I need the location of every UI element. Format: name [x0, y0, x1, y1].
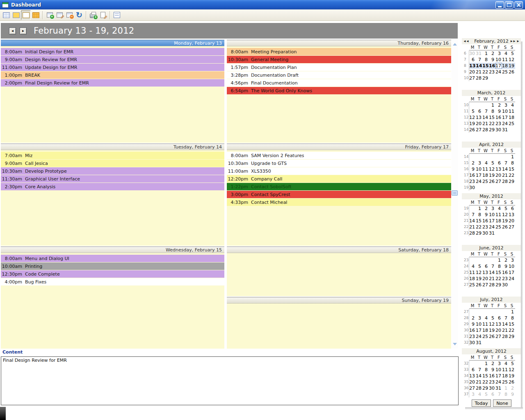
event-row[interactable]: 10:30amGeneral Meeting: [227, 56, 451, 63]
calendar-day[interactable]: 2: [495, 102, 502, 108]
calendar-day[interactable]: 24: [495, 379, 502, 385]
calendar-day[interactable]: 28: [476, 75, 482, 81]
calendar-day[interactable]: 19: [476, 276, 482, 282]
calendar-day[interactable]: 19: [469, 121, 476, 127]
calendar-day[interactable]: 13: [509, 212, 515, 218]
event-row[interactable]: 9:00amCall Jesica: [1, 160, 224, 167]
calendar-day[interactable]: 19: [502, 218, 509, 224]
calendar-day[interactable]: 3: [502, 102, 509, 108]
prev-year-icon[interactable]: ◄◄: [463, 39, 469, 43]
calendar-day[interactable]: 18: [482, 172, 489, 178]
calendar-day[interactable]: 20: [482, 276, 489, 282]
calendar-day[interactable]: 14: [502, 166, 509, 172]
calendar-day[interactable]: 22: [489, 121, 495, 127]
calendar-day[interactable]: 15: [495, 269, 502, 276]
calendar-day[interactable]: 24: [489, 224, 495, 230]
calendar-day[interactable]: 8: [482, 57, 489, 63]
calendar-day[interactable]: 12: [469, 114, 476, 121]
calendar-day[interactable]: 23: [482, 224, 489, 230]
calendar-day[interactable]: 22: [482, 69, 489, 75]
calendar-day[interactable]: 5: [489, 160, 495, 166]
calendar-day[interactable]: 22: [495, 276, 502, 282]
calendar-day[interactable]: 25: [509, 121, 515, 127]
calendar-day[interactable]: 1: [502, 385, 509, 391]
calendar-day[interactable]: 9: [495, 108, 502, 114]
calendar-day[interactable]: 20: [509, 218, 515, 224]
calendar-day[interactable]: 2: [489, 361, 495, 367]
calendar-day[interactable]: 29: [509, 178, 515, 185]
calendar-day[interactable]: 6: [476, 108, 482, 114]
day-body-sunday[interactable]: [227, 304, 451, 305]
calendar-day[interactable]: 24: [476, 333, 482, 340]
calendar-day[interactable]: 27: [469, 385, 476, 391]
event-row[interactable]: 8:00amMenu and Dialog UI: [1, 255, 224, 262]
event-row[interactable]: 3:00pmContact SpyCrest: [227, 191, 451, 198]
calendar-day[interactable]: 14: [502, 321, 509, 327]
next-week-button[interactable]: ►: [20, 27, 27, 34]
refresh-button[interactable]: [74, 10, 84, 20]
calendar-day[interactable]: 3: [495, 361, 502, 367]
view-work-week-button[interactable]: [21, 10, 31, 20]
calendar-day[interactable]: 24: [502, 121, 509, 127]
event-row[interactable]: 11:00amXLS3350: [227, 167, 451, 175]
calendar-day[interactable]: 29: [489, 127, 495, 133]
calendar-day[interactable]: 6: [469, 57, 476, 63]
calendar-day[interactable]: 9: [489, 57, 495, 63]
calendar-day[interactable]: 29: [509, 333, 515, 340]
next-year-icon[interactable]: ►►: [510, 39, 516, 43]
calendar-day[interactable]: 14: [476, 373, 482, 379]
calendar-day[interactable]: 24: [476, 178, 482, 185]
print-button[interactable]: [88, 10, 98, 20]
calendar-day[interactable]: 29: [476, 230, 482, 236]
calendar-day[interactable]: 17: [476, 327, 482, 333]
calendar-day[interactable]: 23: [469, 333, 476, 340]
calendar-day[interactable]: 28: [482, 127, 489, 133]
day-header-tuesday[interactable]: Tuesday, February 14: [1, 144, 224, 150]
event-row[interactable]: 12:30pmCode Complete: [1, 270, 224, 278]
calendar-day[interactable]: 11: [509, 108, 515, 114]
calendar-day[interactable]: 18: [495, 218, 502, 224]
calendar-day[interactable]: 12: [489, 166, 495, 172]
calendar-day[interactable]: 25: [469, 282, 476, 288]
calendar-day[interactable]: 4: [502, 361, 509, 367]
calendar-day[interactable]: 4: [502, 50, 509, 57]
calendar-day[interactable]: 30: [502, 282, 509, 288]
calendar-day[interactable]: 2: [509, 385, 515, 391]
calendar-day[interactable]: 7: [502, 315, 509, 321]
calendar-day[interactable]: 6: [495, 160, 502, 166]
calendar-day[interactable]: 16: [482, 218, 489, 224]
calendar-day[interactable]: 11: [482, 166, 489, 172]
calendar-day[interactable]: 9: [469, 321, 476, 327]
options-button[interactable]: [112, 10, 122, 20]
event-row[interactable]: 10:30amDevelop Prototype: [1, 167, 224, 175]
calendar-day[interactable]: 28: [469, 230, 476, 236]
calendar-day[interactable]: 10: [476, 321, 482, 327]
calendar-day[interactable]: 16: [495, 114, 502, 121]
calendar-day[interactable]: 14: [489, 269, 495, 276]
calendar-day[interactable]: 23: [489, 379, 495, 385]
calendar-day[interactable]: 24: [509, 276, 515, 282]
calendar-day[interactable]: 5: [482, 391, 489, 397]
previous-week-button[interactable]: ◄: [9, 27, 16, 34]
calendar-day[interactable]: 28: [489, 282, 495, 288]
calendar-day[interactable]: 30: [469, 185, 476, 191]
calendar-day[interactable]: 3: [489, 205, 495, 212]
calendar-day[interactable]: 3: [476, 315, 482, 321]
event-row[interactable]: 7:00amMiz: [1, 152, 224, 159]
calendar-day[interactable]: 13: [469, 373, 476, 379]
calendar-day[interactable]: 16: [469, 172, 476, 178]
calendar-day[interactable]: 10: [495, 367, 502, 373]
calendar-day[interactable]: 16: [489, 373, 495, 379]
calendar-day[interactable]: 19: [489, 172, 495, 178]
calendar-day[interactable]: 20: [469, 69, 476, 75]
calendar-day[interactable]: 30: [495, 127, 502, 133]
calendar-day[interactable]: 26: [489, 333, 495, 340]
calendar-day[interactable]: 14: [476, 63, 482, 69]
calendar-day[interactable]: 1: [482, 361, 489, 367]
event-row[interactable]: 4:00pmBug Fixes: [1, 278, 224, 285]
event-row[interactable]: 1:22pmContact SobolSoft: [227, 183, 451, 190]
calendar-day[interactable]: 17: [509, 269, 515, 276]
calendar-day[interactable]: 15: [509, 321, 515, 327]
calendar-day[interactable]: 26: [476, 282, 482, 288]
calendar-day[interactable]: 20: [495, 327, 502, 333]
